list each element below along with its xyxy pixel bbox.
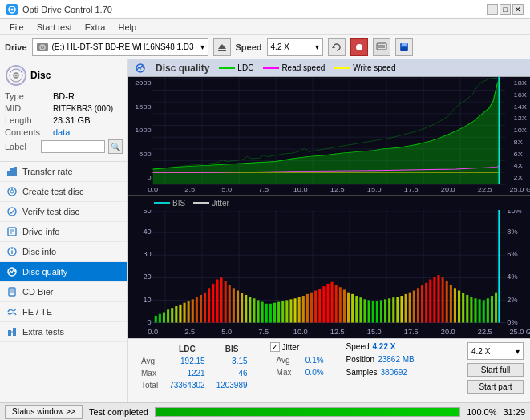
- top-chart: 2000 1500 1000 500 0 18X 16X 14X 12X 10X…: [128, 77, 530, 196]
- svg-text:4X: 4X: [514, 162, 524, 169]
- svg-text:0.0: 0.0: [148, 326, 158, 335]
- legend-write-speed-label: Write speed: [353, 63, 395, 72]
- contents-value: data: [53, 127, 70, 137]
- label-edit-button[interactable]: 🔍: [108, 139, 123, 154]
- drive-info-icon: [6, 226, 18, 237]
- label-input[interactable]: [41, 140, 105, 153]
- avg-ldc: 192.15: [164, 356, 210, 366]
- svg-text:10%: 10%: [507, 210, 522, 215]
- window-controls[interactable]: ─ □ ✕: [487, 4, 524, 15]
- svg-text:22.5: 22.5: [478, 326, 492, 335]
- svg-marker-5: [218, 44, 226, 49]
- legend-bis: BIS: [154, 199, 185, 208]
- speed-selector[interactable]: 4.2 X ▾: [267, 38, 323, 56]
- svg-rect-129: [249, 297, 251, 322]
- svg-rect-134: [269, 304, 272, 323]
- svg-rect-151: [339, 287, 342, 322]
- settings-button[interactable]: [350, 38, 368, 56]
- svg-text:4%: 4%: [507, 272, 518, 281]
- minimize-button[interactable]: ─: [487, 4, 498, 15]
- nav-label-disc-info: Disc info: [22, 247, 56, 256]
- svg-text:15.0: 15.0: [367, 326, 382, 335]
- svg-text:50: 50: [143, 210, 151, 215]
- svg-rect-37: [13, 328, 16, 336]
- svg-text:0: 0: [147, 174, 151, 181]
- samples-label: Samples: [346, 368, 378, 377]
- sidebar-item-extra-tests[interactable]: Extra tests: [0, 322, 127, 342]
- svg-rect-174: [433, 277, 435, 322]
- sidebar-item-fe-te[interactable]: FE / TE: [0, 302, 127, 322]
- legend-jitter: Jitter: [193, 199, 229, 208]
- total-ldc: 73364302: [164, 380, 210, 390]
- svg-rect-183: [470, 297, 472, 322]
- sidebar-item-transfer-rate[interactable]: Transfer rate: [0, 162, 127, 182]
- sidebar-item-drive-info[interactable]: Drive info: [0, 222, 127, 242]
- svg-rect-13: [401, 47, 407, 51]
- svg-text:25.0 GB: 25.0 GB: [509, 185, 530, 192]
- svg-rect-171: [421, 285, 423, 322]
- svg-point-8: [356, 44, 362, 50]
- status-window-button[interactable]: Status window >>: [5, 405, 83, 419]
- svg-rect-153: [347, 293, 350, 323]
- bottom-chart: 0 10 20 30 40 50 0% 2% 4% 6% 8% 10% 0.0 …: [128, 210, 530, 338]
- svg-rect-114: [188, 301, 190, 323]
- menu-help[interactable]: Help: [111, 21, 143, 34]
- sidebar-item-create-test-disc[interactable]: Create test disc: [0, 182, 127, 202]
- start-full-button[interactable]: Start full: [467, 363, 524, 377]
- sidebar-item-disc-quality[interactable]: Disc quality: [0, 262, 127, 282]
- svg-rect-127: [241, 293, 243, 323]
- svg-rect-163: [388, 298, 390, 322]
- menu-start-test[interactable]: Start test: [30, 21, 79, 34]
- svg-rect-115: [192, 299, 194, 322]
- legend-jitter-label: Jitter: [212, 199, 229, 208]
- toolbar: Drive (E:) HL-DT-ST BD-RE WH16NS48 1.D3 …: [0, 35, 530, 59]
- drive-selector[interactable]: (E:) HL-DT-ST BD-RE WH16NS48 1.D3 ▾: [32, 38, 208, 56]
- svg-text:6%: 6%: [507, 249, 518, 258]
- bis-color: [154, 202, 170, 204]
- speed-dropdown[interactable]: 4.2 X ▾: [467, 342, 524, 360]
- scan-button[interactable]: [373, 38, 390, 56]
- menu-file[interactable]: File: [3, 21, 30, 34]
- jitter-stats-table: Avg -0.1% Max 0.0%: [270, 353, 330, 379]
- sidebar-item-cd-bier[interactable]: CD Bier: [0, 282, 127, 302]
- chart-title: Disc quality: [156, 63, 209, 74]
- svg-rect-109: [167, 309, 169, 322]
- cd-bier-icon: [6, 286, 18, 297]
- length-value: 23.31 GB: [53, 115, 90, 125]
- svg-text:7.5: 7.5: [258, 326, 269, 335]
- svg-rect-156: [359, 297, 362, 322]
- disc-info-icon: [6, 246, 18, 257]
- nav-label-transfer-rate: Transfer rate: [22, 167, 73, 176]
- eject-button[interactable]: [213, 38, 231, 56]
- jitter-section: ✓ Jitter Avg -0.1% Max 0.0%: [270, 342, 330, 379]
- svg-rect-120: [212, 284, 214, 323]
- max-label: Max: [136, 368, 163, 378]
- length-label: Length: [5, 115, 53, 125]
- svg-rect-188: [491, 296, 493, 323]
- save-button[interactable]: [395, 38, 413, 56]
- position-label: Position: [346, 355, 375, 364]
- svg-rect-158: [368, 300, 370, 322]
- svg-rect-128: [245, 295, 247, 323]
- svg-rect-182: [466, 295, 468, 323]
- refresh-button[interactable]: [328, 38, 346, 56]
- svg-rect-147: [322, 286, 325, 322]
- menu-extra[interactable]: Extra: [79, 21, 112, 34]
- legend-write-speed: Write speed: [334, 63, 395, 72]
- svg-text:20.0: 20.0: [441, 326, 455, 335]
- sidebar-item-verify-test-disc[interactable]: Verify test disc: [0, 202, 127, 222]
- jitter-checkbox-row[interactable]: ✓ Jitter: [270, 342, 330, 352]
- content-area: Disc quality LDC Read speed Write speed: [128, 59, 530, 402]
- start-part-button[interactable]: Start part: [467, 380, 524, 394]
- sidebar-item-disc-info[interactable]: Disc info: [0, 242, 127, 262]
- svg-rect-108: [163, 313, 165, 323]
- close-button[interactable]: ✕: [512, 4, 524, 15]
- maximize-button[interactable]: □: [500, 4, 511, 15]
- svg-rect-113: [184, 303, 186, 323]
- jitter-checkbox[interactable]: ✓: [270, 342, 280, 352]
- jitter-max-label: Max: [272, 367, 297, 378]
- svg-rect-110: [171, 308, 173, 322]
- nav-label-fe-te: FE / TE: [22, 307, 52, 317]
- disc-quality-icon: [6, 266, 18, 277]
- svg-rect-176: [442, 277, 444, 322]
